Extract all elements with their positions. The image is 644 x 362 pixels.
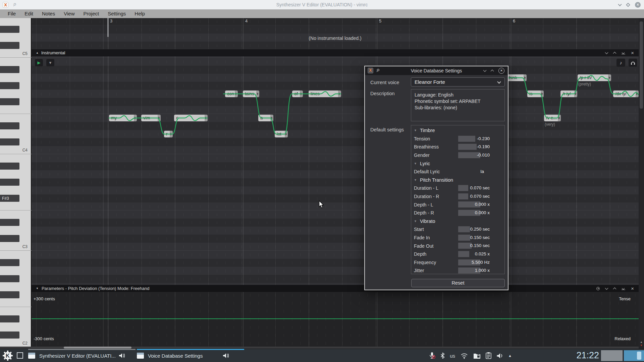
note-ve[interactable]: /v e... xyxy=(544,115,561,121)
note-a[interactable]: a xyxy=(258,115,273,121)
menu-help[interactable]: Help xyxy=(130,9,149,18)
taskbar-task-voice-settings[interactable]: Voice Database Settings xyxy=(137,349,244,362)
collapse-track-icon[interactable]: ▲ xyxy=(36,51,39,54)
setting-value-area[interactable]: 0.150 sec xyxy=(458,235,491,241)
piano-key-black[interactable] xyxy=(0,315,19,322)
piano-key-black[interactable] xyxy=(0,66,19,73)
menu-file[interactable]: File xyxy=(3,9,20,18)
section-collapse-icon[interactable]: ▼ xyxy=(414,162,417,165)
timeline-ruler[interactable] xyxy=(32,18,639,25)
marker-tool-button[interactable]: ▼ xyxy=(46,59,54,66)
track-move-up-icon[interactable] xyxy=(613,52,616,55)
note-is[interactable]: is xyxy=(527,90,544,97)
setting-slider-fill[interactable] xyxy=(458,136,475,142)
setting-value-area[interactable]: 5.500 Hz xyxy=(458,259,491,265)
setting-row-duration-l[interactable]: Duration - L0.070 sec xyxy=(411,184,504,192)
setting-row-duration-r[interactable]: Duration - R0.070 sec xyxy=(411,192,504,201)
grid-lane[interactable] xyxy=(32,186,639,194)
grid-lane[interactable] xyxy=(32,227,639,235)
menu-edit[interactable]: Edit xyxy=(20,9,38,18)
setting-row-depth-r[interactable]: Depth - R0.000 x xyxy=(411,209,504,217)
param-move-up-icon[interactable] xyxy=(613,287,616,291)
setting-value-area[interactable]: 1.000 x xyxy=(458,267,491,274)
piano-key-black[interactable] xyxy=(0,235,19,242)
note-riy[interactable]: /r iy/ xyxy=(560,90,577,97)
tray-expand-icon[interactable]: ▲ xyxy=(508,354,512,358)
setting-value-area[interactable]: 0.070 sec xyxy=(458,185,491,191)
dialog-roll-down-icon[interactable] xyxy=(483,69,487,72)
show-desktop-button[interactable] xyxy=(17,352,23,359)
setting-value-area[interactable]: -0.230 xyxy=(458,136,491,142)
param-collapse-icon[interactable] xyxy=(622,287,625,290)
setting-slider-fill[interactable] xyxy=(458,251,469,257)
setting-row-start[interactable]: Start0.250 sec xyxy=(411,225,504,234)
taskbar-task-synthesizer[interactable]: Synthesizer V Editor (EVALUATI... xyxy=(28,349,136,362)
solo-listen-button[interactable] xyxy=(629,59,637,67)
grid-lane[interactable] xyxy=(32,275,639,283)
setting-value-area[interactable]: 0.250 sec xyxy=(458,226,491,232)
grid-lane[interactable] xyxy=(32,154,639,162)
grid-lane[interactable] xyxy=(32,251,639,259)
minimize-icon[interactable] xyxy=(618,2,622,6)
param-options-icon[interactable] xyxy=(596,287,600,290)
window-titlebar[interactable]: X ⚲ Synthesizer V Editor (EVALUATION) - … xyxy=(0,0,644,9)
setting-value-area[interactable]: 0.070 sec xyxy=(458,193,491,199)
setting-row-jitter[interactable]: Jitter1.000 x xyxy=(411,266,504,275)
panel-widget[interactable] xyxy=(601,350,623,361)
section-collapse-icon[interactable]: ▼ xyxy=(414,220,417,223)
grid-lane[interactable] xyxy=(32,58,639,66)
piano-key-black[interactable] xyxy=(0,219,19,226)
note-vim[interactable]: vim xyxy=(141,115,161,121)
setting-slider-fill[interactable] xyxy=(458,226,470,232)
setting-value-area[interactable]: -0.190 xyxy=(458,144,491,150)
setting-value-area[interactable]: 0.000 x xyxy=(458,210,491,216)
dialog-roll-up-icon[interactable] xyxy=(491,70,494,73)
piano-keyboard[interactable]: C5C4F#3C3C2 xyxy=(0,18,32,347)
setting-row-fade-out[interactable]: Fade Out0.150 sec xyxy=(411,242,504,250)
grid-lane[interactable] xyxy=(32,82,639,90)
menu-settings[interactable]: Settings xyxy=(103,9,130,18)
playhead[interactable] xyxy=(108,18,108,37)
dialog-close-icon[interactable]: × xyxy=(498,68,504,74)
grid-lane[interactable] xyxy=(32,138,639,146)
piano-key-black[interactable] xyxy=(0,179,19,186)
setting-slider-fill[interactable] xyxy=(458,185,468,191)
piano-key-black[interactable] xyxy=(0,138,19,145)
setting-row-frequency[interactable]: Frequency5.500 Hz xyxy=(411,258,504,267)
bluetooth-icon[interactable] xyxy=(440,352,445,359)
dialog-titlebar[interactable]: X ⚲ Voice Database Settings × xyxy=(365,66,508,75)
menu-view[interactable]: View xyxy=(59,9,79,18)
menu-notes[interactable]: Notes xyxy=(38,9,59,18)
note-con[interactable]: con xyxy=(225,90,238,97)
clipboard-icon[interactable] xyxy=(486,352,491,359)
note-c[interactable]: c xyxy=(174,115,208,121)
grid-lane[interactable] xyxy=(32,42,639,50)
note-r[interactable]: r xyxy=(164,131,173,137)
grid-lane[interactable] xyxy=(32,162,639,170)
setting-slider-fill[interactable] xyxy=(458,243,472,249)
grid-lane[interactable] xyxy=(32,178,639,186)
section-collapse-icon[interactable]: ▼ xyxy=(414,178,417,182)
keyboard-layout-indicator[interactable]: us xyxy=(450,353,455,359)
grid-lane[interactable] xyxy=(32,66,639,74)
collapse-parameters-icon[interactable]: ▼ xyxy=(36,287,39,290)
peek-desktop-widget[interactable] xyxy=(624,350,644,361)
vertical-scrollbar-handle[interactable] xyxy=(640,21,643,109)
piano-key-black[interactable] xyxy=(0,98,19,105)
setting-value-area[interactable]: 0.025 x xyxy=(458,251,491,257)
parameters-panel-header[interactable]: ▼ Parameters - Pitch Deviation (Tension)… xyxy=(32,285,639,292)
piano-key-black[interactable] xyxy=(0,259,19,266)
vault-icon[interactable] xyxy=(473,353,481,359)
grid-lane[interactable] xyxy=(32,219,639,227)
wifi-icon[interactable] xyxy=(460,353,468,359)
piano-key-black[interactable] xyxy=(0,291,19,298)
piano-key-black[interactable] xyxy=(0,42,19,49)
maximize-icon[interactable] xyxy=(626,3,630,7)
setting-row-tension[interactable]: Tension-0.230 xyxy=(411,135,504,143)
setting-row-fade-in[interactable]: Fade In0.150 sec xyxy=(411,234,504,242)
grid-lane[interactable] xyxy=(32,130,639,138)
track-collapse-icon[interactable] xyxy=(622,52,625,54)
note-dxiy[interactable]: /dx iy/ xyxy=(613,90,639,97)
grid-lane[interactable] xyxy=(32,259,639,267)
param-close-icon[interactable]: × xyxy=(631,286,634,291)
